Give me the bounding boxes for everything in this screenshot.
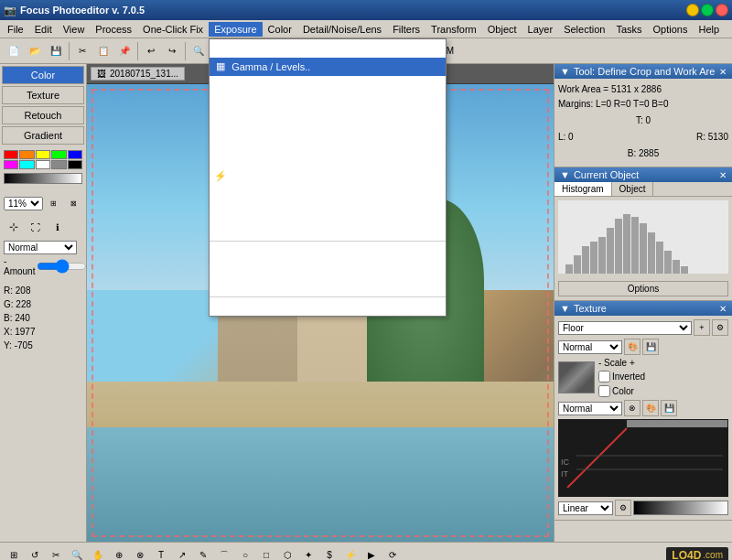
menu-object[interactable]: Object [482, 22, 522, 37]
tool-special1[interactable]: $ [319, 545, 339, 561]
tb-zoom-in[interactable]: 🔍 [188, 41, 209, 61]
blend-mode-select[interactable]: Normal [4, 241, 77, 254]
amount-slider[interactable] [37, 259, 87, 274]
tool-special4[interactable]: ⟳ [382, 545, 403, 561]
color-magenta[interactable] [4, 160, 18, 169]
dropdown-levels-fine[interactable]: ↗ Levels Fine-tuning.. [210, 76, 446, 94]
tb-redo[interactable]: ↪ [162, 41, 182, 61]
color-green[interactable] [51, 150, 66, 159]
menu-help[interactable]: Help [693, 22, 725, 37]
menu-color[interactable]: Color [263, 22, 297, 37]
maximize-button[interactable] [701, 4, 714, 16]
tb-undo[interactable]: ↩ [141, 41, 161, 61]
tool-hand[interactable]: ✋ [88, 545, 108, 561]
tool-ellipse[interactable]: ○ [235, 545, 255, 561]
dropdown-dynamic[interactable]: ⚡ Dynamic Range Recovery.. [210, 167, 446, 186]
dropdown-shadows[interactable]: ▦ Shadows - Midlights - Hilights.. [210, 113, 446, 131]
tool-zoom[interactable]: 🔍 [67, 545, 87, 561]
dropdown-brightness[interactable]: ☀ Brightness / Contrast.. [210, 39, 446, 58]
color-blue[interactable] [68, 150, 82, 159]
blend-btn1[interactable]: ⊗ [624, 400, 640, 416]
tool-rect[interactable]: □ [256, 545, 276, 561]
color-cyan[interactable] [19, 160, 34, 169]
tool-panel-collapse[interactable]: ▼ [560, 66, 570, 77]
color-red[interactable] [4, 150, 18, 159]
menu-selection[interactable]: Selection [558, 22, 610, 37]
tool-magic[interactable]: ⊗ [130, 545, 150, 561]
tb-open[interactable]: 📂 [25, 41, 45, 61]
menu-tasks[interactable]: Tasks [610, 22, 647, 37]
dropdown-decontrast[interactable]: ◎ Decontrast.. [210, 131, 446, 149]
menu-options[interactable]: Options [648, 22, 694, 37]
object-panel-collapse[interactable]: ▼ [560, 169, 570, 180]
options-button[interactable]: Options [558, 281, 728, 296]
menu-file[interactable]: File [2, 22, 29, 37]
tb-cut[interactable]: ✂ [72, 41, 92, 61]
blend-normal-select[interactable]: Normal [558, 402, 622, 415]
tool-lasso[interactable]: ⊕ [109, 545, 129, 561]
texture-panel-close[interactable]: ✕ [719, 304, 727, 314]
linear-select[interactable]: Linear [558, 501, 613, 515]
info-btn[interactable]: ℹ [48, 217, 68, 237]
tb-copy[interactable]: 📋 [93, 41, 113, 61]
menu-edit[interactable]: Edit [29, 22, 58, 37]
zoom-select[interactable]: 11% [4, 197, 43, 210]
tool-special3[interactable]: ▶ [361, 545, 382, 561]
fullscreen-btn[interactable]: ⛶ [26, 217, 46, 237]
texture-settings-btn[interactable]: ⚙ [712, 319, 728, 336]
color-black[interactable] [68, 160, 82, 169]
object-panel-close[interactable]: ✕ [719, 170, 727, 180]
tb-paste[interactable]: 📌 [114, 41, 135, 61]
select-tool-btn[interactable]: ⊹ [4, 217, 24, 237]
tb-save[interactable]: 💾 [46, 41, 66, 61]
menu-process[interactable]: Process [90, 22, 137, 37]
tool-select[interactable]: ⊞ [4, 545, 24, 561]
tool-line[interactable]: ↗ [172, 545, 192, 561]
texture-add-btn[interactable]: + [694, 319, 710, 336]
menu-layer[interactable]: Layer [522, 22, 559, 37]
dropdown-gamma[interactable]: ▦ Gamma / Levels.. [210, 58, 446, 76]
linear-slider[interactable] [633, 501, 728, 515]
tab-gradient[interactable]: Gradient [2, 126, 84, 145]
dropdown-dehaze[interactable]: ◈ De-Haze.. [210, 149, 446, 167]
dropdown-curves-dyn[interactable]: ∿ Curves Dynamizer.. [210, 260, 446, 278]
texture-normal-select1[interactable]: Normal [558, 340, 622, 354]
color-yellow[interactable] [36, 150, 50, 159]
tool-rotate[interactable]: ↺ [25, 545, 45, 561]
tool-star[interactable]: ✦ [298, 545, 318, 561]
color-gray[interactable] [51, 160, 66, 169]
gradient-bar[interactable] [4, 173, 82, 184]
color-white[interactable] [36, 160, 50, 169]
tool-polygon[interactable]: ⬡ [277, 545, 297, 561]
blend-btn2[interactable]: 🎨 [642, 400, 659, 416]
menu-oneclick[interactable]: One-Click Fix [137, 22, 209, 37]
tool-panel-close[interactable]: ✕ [719, 67, 727, 77]
zoom-full-btn[interactable]: ⊠ [65, 193, 83, 213]
tool-pen[interactable]: ✎ [193, 545, 213, 561]
dropdown-set-white[interactable]: ✏ Set White - Gray - Black Points.. [210, 94, 446, 113]
inverted-checkbox[interactable] [598, 371, 610, 382]
texture-btn2[interactable]: 🎨 [624, 339, 640, 355]
tab-texture[interactable]: Texture [2, 86, 84, 104]
tool-crop[interactable]: ✂ [46, 545, 66, 561]
color-checkbox[interactable] [598, 385, 610, 397]
dropdown-midtones[interactable]: ⊟ Midtones Compression.. [210, 222, 446, 241]
texture-floor-select[interactable]: Floor [558, 321, 692, 335]
dropdown-filllight[interactable]: ▤ Fill Light / Back Light / Contrast.. [210, 204, 446, 222]
dropdown-smartflash[interactable]: ☀ Smart Flash / Reduce Hilights.. [210, 186, 446, 204]
tab-retouch[interactable]: Retouch [2, 106, 84, 124]
dropdown-curves-light[interactable]: ∿ Curves with Light Zones.. [210, 278, 446, 296]
menu-filters[interactable]: Filters [387, 22, 425, 37]
tab-color[interactable]: Color [2, 66, 84, 84]
close-button[interactable] [716, 4, 728, 16]
tool-special2[interactable]: ⚡ [340, 545, 361, 561]
zoom-fit-btn[interactable]: ⊞ [45, 193, 63, 213]
linear-btn[interactable]: ⚙ [615, 500, 631, 516]
dropdown-auto[interactable]: ⚙ Auto Adjustments ▶ [210, 296, 446, 316]
texture-panel-collapse[interactable]: ▼ [560, 303, 570, 314]
menu-view[interactable]: View [58, 22, 91, 37]
dropdown-curves[interactable]: ∿ Curves.. [210, 241, 446, 260]
tool-text[interactable]: T [151, 545, 171, 561]
menu-detail[interactable]: Detail/Noise/Lens [297, 22, 387, 37]
tab-object[interactable]: Object [612, 182, 654, 196]
